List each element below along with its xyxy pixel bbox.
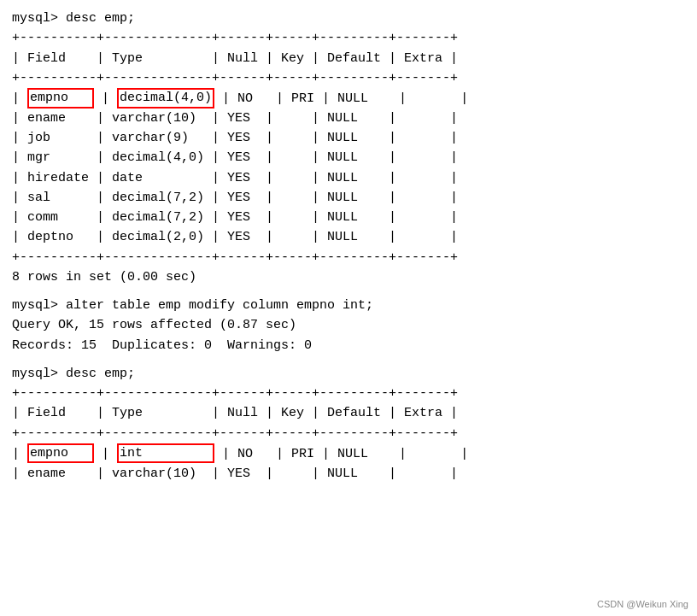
alter-cmd: mysql> alter table emp modify column emp… [12, 296, 685, 315]
alter-result1: Query OK, 15 rows affected (0.87 sec) [12, 315, 685, 335]
result-line1: 8 rows in set (0.00 sec) [12, 267, 685, 287]
table-header1: | Field | Type | Null | Key | Default | … [12, 49, 685, 68]
table-divider-top2: +----------+--------------+------+-----+… [12, 384, 685, 403]
table-divider-bot1: +----------+--------------+------+-----+… [12, 248, 685, 267]
terminal-container: mysql> desc emp; +----------+-----------… [12, 9, 685, 484]
first-prompt: mysql> desc emp; [12, 9, 685, 28]
table-divider-mid2: +----------+--------------+------+-----+… [12, 424, 685, 443]
empno-highlight-1: empno [27, 88, 94, 109]
watermark: CSDN @Weikun Xing [597, 599, 688, 609]
table-row-empno2: | empno | int | NO | PRI | NULL | | [12, 443, 685, 464]
empno-highlight-2: empno [27, 443, 94, 464]
table-row-ename1: | ename | varchar(10) | YES | | NULL | | [12, 109, 685, 128]
table-divider-mid1: +----------+--------------+------+-----+… [12, 68, 685, 88]
table-row-hiredate1: | hiredate | date | YES | | NULL | | [12, 168, 685, 188]
table-row-deptno1: | deptno | decimal(2,0) | YES | | NULL |… [12, 227, 685, 247]
table-row-mgr1: | mgr | decimal(4,0) | YES | | NULL | | [12, 148, 685, 167]
table-row-sal1: | sal | decimal(7,2) | YES | | NULL | | [12, 188, 685, 208]
table-row-empno1: | empno | decimal(4,0) | NO | PRI | NULL… [12, 88, 685, 109]
table-row-ename2: | ename | varchar(10) | YES | | NULL | | [12, 464, 685, 484]
table-row-job1: | job | varchar(9) | YES | | NULL | | [12, 128, 685, 148]
table-header2: | Field | Type | Null | Key | Default | … [12, 403, 685, 423]
second-command-block: mysql> desc emp; +----------+-----------… [12, 364, 685, 484]
alter-command-block: mysql> alter table emp modify column emp… [12, 296, 685, 355]
table-divider-top1: +----------+--------------+------+-----+… [12, 28, 685, 48]
first-command-block: mysql> desc emp; +----------+-----------… [12, 9, 685, 287]
table-row-comm1: | comm | decimal(7,2) | YES | | NULL | | [12, 208, 685, 227]
second-prompt: mysql> desc emp; [12, 364, 685, 384]
alter-result2: Records: 15 Duplicates: 0 Warnings: 0 [12, 336, 685, 355]
